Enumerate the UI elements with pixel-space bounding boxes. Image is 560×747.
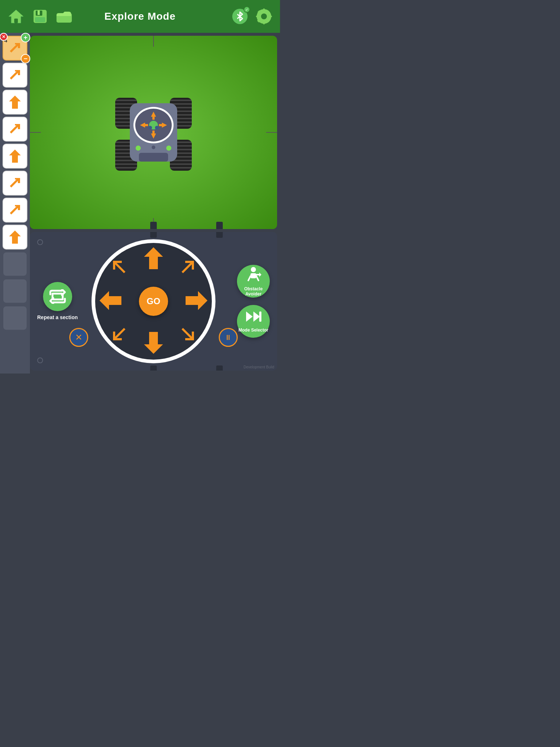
svg-point-31	[148, 126, 152, 129]
up-arrow-icon	[8, 149, 22, 163]
sidebar-slot-3[interactable]	[3, 117, 27, 142]
robot-arrows	[137, 109, 170, 142]
sidebar-slot-5[interactable]	[3, 171, 27, 196]
svg-marker-46	[246, 311, 253, 322]
main-content: 4 + − ✕	[0, 33, 280, 374]
obstacle-avoider-icon	[245, 266, 261, 285]
folder-icon	[56, 9, 73, 23]
obstacle-avoider-label: Obstacle Avoider	[237, 286, 270, 297]
command-sidebar: 4 + − ✕	[0, 33, 30, 374]
obstacle-avoider-button[interactable]: Obstacle Avoider	[237, 265, 270, 298]
sidebar-slot-1[interactable]	[3, 63, 27, 88]
svg-marker-26	[151, 112, 156, 120]
cancel-button[interactable]: ✕	[69, 328, 88, 347]
svg-marker-47	[253, 311, 260, 322]
directional-pad: GO	[92, 239, 215, 363]
close-slot-button[interactable]: ✕	[0, 33, 8, 41]
dpad-down-left-button[interactable]	[112, 324, 129, 343]
grid-line-right	[266, 132, 277, 133]
dpad-up-button[interactable]	[143, 247, 164, 271]
svg-rect-11	[263, 22, 265, 24]
sidebar-slot-10[interactable]	[3, 306, 27, 330]
wire-bottom-right2	[216, 365, 223, 371]
robot-center-dot	[152, 146, 155, 149]
dpad-up-right-button[interactable]	[178, 259, 195, 278]
dpad-up-arrow-icon	[143, 247, 164, 270]
svg-rect-48	[259, 311, 261, 322]
svg-marker-19	[10, 70, 20, 80]
mode-selector-label: Mode Selector	[238, 328, 268, 333]
wire-bottom-right	[216, 222, 223, 229]
robot-light-left	[136, 146, 141, 151]
dev-build-label: Development Build	[244, 365, 274, 369]
up-arrow-icon	[8, 95, 22, 109]
save-button[interactable]	[31, 8, 49, 25]
gear-icon	[256, 8, 272, 24]
open-folder-button[interactable]	[55, 8, 73, 25]
svg-marker-37	[113, 261, 125, 273]
dpad-down-right-button[interactable]	[178, 324, 195, 343]
robot-control-circle	[133, 107, 174, 143]
sidebar-slot-8[interactable]	[3, 252, 27, 276]
dpad-down-button[interactable]	[143, 331, 164, 356]
save-icon	[33, 9, 47, 24]
repeat-section-label: Repeat a section	[37, 314, 78, 321]
home-button[interactable]	[7, 8, 25, 25]
repeat-icon	[43, 282, 72, 311]
svg-marker-21	[10, 124, 20, 133]
dpad-right-arrow-icon	[185, 290, 208, 311]
bluetooth-connected-badge: ✓	[244, 6, 250, 13]
dpad-up-left-button[interactable]	[112, 259, 129, 278]
control-panel: Repeat a section	[30, 232, 277, 371]
repeat-section-button[interactable]: Repeat a section	[37, 282, 78, 321]
sidebar-slot-6[interactable]	[3, 198, 27, 222]
robot-panel	[139, 153, 168, 162]
diagonal-arrow-icon	[8, 177, 22, 190]
svg-marker-25	[9, 231, 21, 244]
grid-line-left	[30, 132, 41, 133]
svg-marker-40	[182, 328, 194, 340]
robot-body	[130, 103, 177, 162]
decrement-button[interactable]: −	[21, 54, 30, 63]
dpad-left-arrow-icon	[99, 290, 122, 311]
svg-marker-38	[182, 261, 194, 273]
svg-marker-24	[10, 205, 20, 214]
panel-dot-bottomleft	[37, 357, 43, 363]
fast-forward-icon	[245, 310, 261, 323]
wire-bottom-center	[150, 222, 157, 229]
up-arrow-icon	[8, 230, 22, 244]
dpad-down-arrow-icon	[143, 331, 164, 355]
go-button[interactable]: GO	[139, 287, 168, 316]
mode-selector-button[interactable]: Mode Selector	[237, 305, 270, 338]
header-left-icons	[7, 8, 73, 25]
svg-marker-27	[151, 131, 156, 139]
panel-dot-topleft	[37, 239, 43, 245]
svg-marker-20	[9, 96, 21, 109]
sidebar-slot-2[interactable]	[3, 90, 27, 115]
pause-button[interactable]: ⏸	[219, 328, 238, 347]
sidebar-slot-4[interactable]	[3, 144, 27, 169]
grid-line-top	[153, 36, 154, 47]
person-obstacle-icon	[245, 266, 261, 282]
sidebar-slot-7[interactable]	[3, 225, 27, 249]
content-area: Repeat a section	[30, 33, 280, 374]
svg-rect-4	[35, 17, 45, 22]
robot-light-right	[166, 146, 171, 151]
svg-rect-42	[250, 273, 256, 278]
diagonal-arrow-icon	[8, 42, 22, 55]
svg-marker-35	[100, 291, 121, 310]
sidebar-slot-9[interactable]	[3, 279, 27, 303]
settings-button[interactable]	[255, 8, 273, 25]
wire-top-right	[216, 232, 223, 238]
dpad-right-button[interactable]	[185, 290, 208, 312]
svg-marker-23	[10, 178, 20, 187]
dpad-left-button[interactable]	[99, 290, 122, 312]
diagonal-arrow-icon	[8, 69, 22, 82]
sidebar-slot-0[interactable]: 4 + − ✕	[3, 36, 27, 61]
wire-top-center	[150, 232, 157, 238]
page-title: Explore Mode	[104, 11, 176, 22]
header: Explore Mode ✓	[0, 0, 280, 33]
bluetooth-button[interactable]: ✓	[231, 8, 249, 25]
increment-button[interactable]: +	[21, 33, 30, 42]
svg-marker-39	[113, 328, 125, 340]
